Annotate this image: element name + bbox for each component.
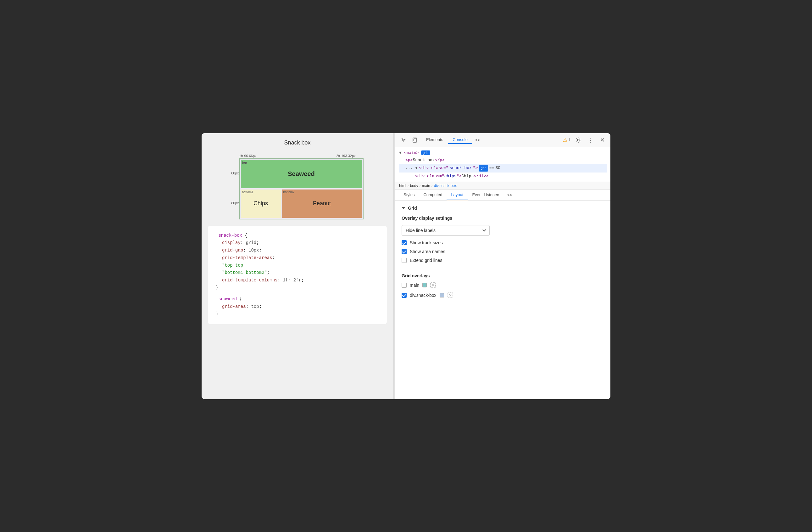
- dom-line-chips: <div class="chips">Chips</div>: [399, 172, 607, 180]
- overlay-snack-box-row: div.snack-box: [402, 292, 604, 298]
- track-sizes-label: Show track sizes: [410, 240, 443, 245]
- code-line7: grid-area: top;: [216, 303, 379, 311]
- grid-column-labels: 1fr·96.66px 2fr·193.32px: [231, 154, 364, 158]
- grid-section-title: Grid: [408, 206, 417, 211]
- area-names-label: Show area names: [410, 249, 445, 254]
- overlay-main-color[interactable]: [422, 283, 427, 288]
- devtools-panel: Elements Console >> ⚠ 1 ⋮ ✕: [395, 133, 610, 399]
- code-close2: }: [216, 310, 379, 318]
- code-selector1: .snack-box: [216, 233, 242, 238]
- warning-area: ⚠ 1: [563, 137, 571, 143]
- left-panel: Snack box 1fr·96.66px 2fr·193.32px 80px …: [202, 133, 393, 399]
- tab-event-listeners[interactable]: Event Listeners: [468, 190, 505, 200]
- col-label-2: 2fr·193.32px: [336, 154, 356, 158]
- warning-count: 1: [569, 138, 571, 142]
- code-line4: "top top": [216, 262, 379, 269]
- dom-line-p: <p>Snack box</p>: [399, 156, 607, 164]
- grid-bottom1-cell: bottom1 Chips: [241, 190, 281, 218]
- overlay-snack-box-color[interactable]: [440, 293, 444, 297]
- overlay-snack-box-label: div.snack-box: [410, 293, 436, 298]
- main-grid-badge: grid: [421, 151, 430, 155]
- code-line1: display: grid;: [216, 239, 379, 247]
- overlay-snack-box-checkbox[interactable]: [402, 293, 407, 298]
- overlay-settings-title: Overlay display settings: [402, 215, 604, 221]
- bottom1-cell-content: Chips: [253, 200, 268, 207]
- layout-tabs: Styles Computed Layout Event Listeners >…: [395, 190, 610, 200]
- devtools-toolbar: Elements Console >> ⚠ 1 ⋮ ✕: [395, 133, 610, 147]
- code-line3: grid-template-areas:: [216, 254, 379, 262]
- grid-bottom2-cell: bottom2 Peanut: [282, 190, 362, 218]
- code-close1: }: [216, 284, 379, 292]
- dom-line-main: ▼ <main> grid: [399, 149, 607, 156]
- grid-bottom-row: bottom1 Chips bottom2 Peanut: [241, 190, 362, 218]
- dom-line-snack-box[interactable]: ... ▼ <div class="snack-box"> grid == $0: [399, 164, 607, 172]
- col-label-1: 1fr·96.66px: [239, 154, 257, 158]
- layout-content: Grid Overlay display settings Hide line …: [395, 200, 610, 399]
- grid-visualization: 1fr·96.66px 2fr·193.32px 80px 80px top S…: [231, 154, 364, 220]
- code-line-selector1: .snack-box {: [216, 232, 379, 240]
- device-icon[interactable]: [410, 136, 419, 144]
- code-line-selector2: .seaweed {: [216, 296, 379, 303]
- top-cell-content: Seaweed: [288, 170, 315, 178]
- inspect-icon[interactable]: [399, 136, 408, 144]
- area-names-checkbox[interactable]: [402, 249, 407, 254]
- tab-styles[interactable]: Styles: [399, 190, 419, 200]
- tab-elements[interactable]: Elements: [422, 136, 448, 144]
- top-area-label: top: [242, 161, 247, 164]
- track-sizes-row: Show track sizes: [402, 240, 604, 245]
- track-sizes-checkbox[interactable]: [402, 240, 407, 245]
- dom-tree: ▼ <main> grid <p>Snack box</p> ... ▼ <di…: [395, 147, 610, 182]
- settings-icon[interactable]: [574, 136, 583, 144]
- grid-overlays-title: Grid overlays: [402, 273, 604, 278]
- svg-point-2: [577, 139, 579, 141]
- browser-window: Snack box 1fr·96.66px 2fr·193.32px 80px …: [202, 133, 610, 399]
- overlay-main-target-icon[interactable]: [430, 282, 436, 288]
- bottom2-cell-content: Peanut: [313, 200, 331, 207]
- grid-top-cell: top Seaweed: [241, 160, 362, 188]
- code-line6: grid-template-columns: 1fr 2fr;: [216, 277, 379, 284]
- area-names-row: Show area names: [402, 249, 604, 254]
- devtools-tab-bar: Elements Console >>: [422, 136, 561, 144]
- grid-viz-row: 80px 80px top Seaweed bottom1 Chips: [231, 158, 364, 220]
- breadcrumb-main[interactable]: main: [422, 183, 430, 188]
- extend-lines-label: Extend grid lines: [410, 258, 443, 263]
- code-block: .snack-box { display: grid; grid-gap: 10…: [208, 226, 387, 324]
- bottom1-area-label: bottom1: [242, 191, 253, 194]
- grid-collapse-icon[interactable]: [402, 207, 405, 209]
- row-label-2: 80px: [231, 188, 239, 218]
- code-line2: grid-gap: 10px;: [216, 247, 379, 254]
- snack-box-grid-badge: grid: [479, 165, 488, 171]
- tab-console[interactable]: Console: [448, 136, 472, 144]
- extend-lines-checkbox[interactable]: [402, 258, 407, 263]
- page-title: Snack box: [208, 139, 387, 146]
- warning-icon: ⚠: [563, 137, 567, 143]
- overlay-main-checkbox[interactable]: [402, 283, 407, 288]
- overlay-main-label: main: [410, 283, 419, 288]
- extend-lines-row: Extend grid lines: [402, 258, 604, 263]
- code-spacer: [216, 292, 379, 296]
- grid-section-header[interactable]: Grid: [402, 206, 604, 211]
- svg-rect-1: [414, 139, 416, 141]
- breadcrumb-snackbox[interactable]: div.snack-box: [434, 183, 456, 188]
- row-label-1: 80px: [231, 158, 239, 188]
- tab-computed[interactable]: Computed: [419, 190, 447, 200]
- line-labels-dropdown[interactable]: Hide line labels Show line numbers Show …: [402, 225, 490, 236]
- overlay-main-row: main: [402, 282, 604, 288]
- close-icon[interactable]: ✕: [598, 136, 607, 144]
- overlay-snack-box-target-icon[interactable]: [447, 292, 453, 298]
- breadcrumb: html › body › main › div.snack-box: [395, 182, 610, 190]
- bottom2-area-label: bottom2: [284, 191, 295, 194]
- layout-tab-more[interactable]: >>: [505, 190, 514, 200]
- tab-layout[interactable]: Layout: [447, 190, 468, 200]
- code-line5: "bottom1 bottom2";: [216, 269, 379, 277]
- code-brace1: {: [242, 233, 247, 238]
- grid-main: top Seaweed bottom1 Chips bottom2 Peanut: [239, 158, 364, 220]
- devtools-right-icons: ⚠ 1 ⋮ ✕: [563, 136, 607, 144]
- tab-more[interactable]: >>: [473, 136, 482, 143]
- breadcrumb-body[interactable]: body: [410, 183, 418, 188]
- more-options-icon[interactable]: ⋮: [586, 136, 595, 144]
- breadcrumb-html[interactable]: html: [399, 183, 406, 188]
- code-selector2: .seaweed: [216, 296, 237, 302]
